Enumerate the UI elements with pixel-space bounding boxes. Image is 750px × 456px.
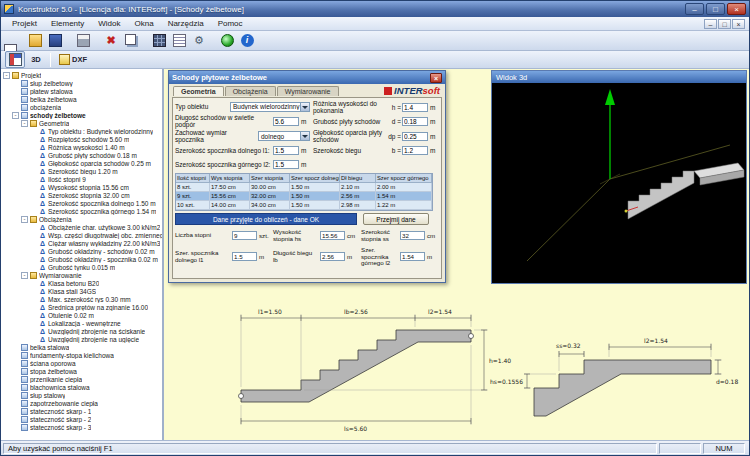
delete-element-button[interactable] [101,32,121,49]
tree-item[interactable]: Szerokość biegu 1.20 m [1,167,162,175]
mdi-restore-button[interactable]: □ [718,19,731,29]
tree-item[interactable]: Grubość tynku 0.015 m [1,263,162,271]
tree-item[interactable]: fundamenty-stopa kielichowa [1,351,162,359]
tree-item[interactable]: Rozpiętość schodów 5.60 m [1,135,162,143]
tree-item[interactable]: - Wymiarowanie [1,271,162,279]
tree-item[interactable]: Uwzględnij zbrojenie na ściskanie [1,327,162,335]
tree-item[interactable]: stopa żelbetowa [1,367,162,375]
tree-item[interactable]: stateczność skarp - 2 [1,415,162,423]
mdi-close-button[interactable]: × [732,19,745,29]
support-depth-input[interactable] [402,132,428,141]
tree-item[interactable]: płatew stalowa [1,87,162,95]
variant-row[interactable]: 8 szt. 17.50 cm 30.00 cm 1.50 m 2.10 m 2… [176,183,432,192]
tree-item[interactable]: Klasa betonu B20 [1,279,162,287]
view-3d-title[interactable]: Widok 3d [492,71,746,83]
menu-projekt[interactable]: Projekt [5,18,44,29]
result-value-box[interactable]: 2.56 [320,252,345,261]
result-value-box[interactable]: 1.5 [232,252,257,261]
save-project-button[interactable] [45,32,65,49]
globe-button[interactable] [217,32,237,49]
tree-item[interactable]: Szerokość stopnia 32.00 cm [1,191,162,199]
result-value-box[interactable]: 15.56 [320,231,345,240]
tree-item[interactable]: Grubość płyty schodów 0.18 m [1,151,162,159]
tree-expander[interactable]: - [21,272,28,279]
menu-okna[interactable]: Okna [128,18,161,29]
tree-item[interactable]: zapotrzebowanie ciepła [1,399,162,407]
tree-item[interactable]: - Obciążenia [1,215,162,223]
dialog-close-button[interactable]: × [430,73,442,83]
view-3d-canvas[interactable] [492,83,746,283]
result-value-box[interactable]: 9 [232,231,257,240]
height-diff-input[interactable] [402,103,428,112]
tree-item[interactable]: - Geometria [1,119,162,127]
tree-expander[interactable]: - [21,216,28,223]
tree-item[interactable]: ściana oporowa [1,359,162,367]
titlebar[interactable]: Konstruktor 5.0 - [Licencja dla: INTERso… [1,1,749,17]
dialog-tab[interactable]: Wymiarowanie [277,86,339,96]
report-button[interactable] [169,32,189,49]
tree-item[interactable]: Ciężar własny wykładziny 22.00 kN/m3 [1,239,162,247]
tree-item[interactable]: przenikanie ciepła [1,375,162,383]
close-button[interactable]: × [727,3,746,15]
dialog-titlebar[interactable]: Schody płytowe żelbetowe × [169,71,445,84]
tree-item[interactable]: Różnica wysokości 1.40 m [1,143,162,151]
stair-length-input[interactable] [273,117,299,126]
tree-item[interactable]: Wysokość stopnia 15.56 cm [1,183,162,191]
lower-landing-input[interactable] [273,146,299,155]
tree-item[interactable]: belka stalowa [1,343,162,351]
dialog-tab[interactable]: Obciążenia [225,86,276,96]
upper-landing-input[interactable] [273,160,299,169]
variant-row[interactable]: 10 szt. 14.00 cm 34.00 cm 1.50 m 2.98 m … [176,201,432,210]
tree-item[interactable]: - Projekt [1,71,162,79]
tree-item[interactable]: słup żelbetowy [1,79,162,87]
tree-item[interactable]: Lokalizacja - wewnętrzne [1,319,162,327]
tree-item[interactable]: Uwzględnij zbrojenie na ugięcie [1,335,162,343]
tree-item[interactable]: Grubość okładziny - schodów 0.02 m [1,247,162,255]
dialog-tab[interactable]: Geometria [173,86,224,96]
minimize-button[interactable]: – [685,3,704,15]
tree-item[interactable]: Szerokość spocznika dolnego 1.50 m [1,199,162,207]
tree-item[interactable]: Obciążenie char. użytkowe 3.00 kN/m2 [1,223,162,231]
object-type-select[interactable]: Budynek wielorodzinny [230,102,310,112]
dxf-export-button[interactable]: DXF [56,51,90,68]
tree-expander[interactable]: - [21,120,28,127]
variant-row[interactable]: 9 szt. 15.56 cm 32.00 cm 1.50 m 2.56 m 1… [176,192,432,201]
tree-item[interactable]: Grubość okładziny - spocznika 0.02 m [1,255,162,263]
tree-item[interactable]: słup stalowy [1,391,162,399]
menu-narzedzia[interactable]: Narzędzia [161,18,211,29]
menu-pomoc[interactable]: Pomoc [211,18,250,29]
apply-data-button[interactable]: Przejmij dane [363,213,429,225]
tree-item[interactable]: Szerokość spocznika górnego 1.54 m [1,207,162,215]
result-value-box[interactable]: 32 [400,231,425,240]
keep-landing-select[interactable]: dolnego [258,131,310,141]
info-button[interactable] [237,32,257,49]
tree-expander[interactable]: - [3,72,10,79]
calculator-button[interactable] [149,32,169,49]
tree-item[interactable]: obciążenia [1,103,162,111]
tree-item[interactable]: Typ obiektu : Budynek wielorodzinny [1,127,162,135]
tree-item[interactable]: Głębokość oparcia schodów 0.25 m [1,159,162,167]
flight-width-input[interactable] [402,146,428,155]
drawing-area[interactable]: Schody płytowe żelbetowe × INTER soft Ge… [164,69,749,440]
print-button[interactable] [73,32,93,49]
tree-item[interactable]: stateczność skarp - 1 [1,407,162,415]
tree-item[interactable]: blachownica stalowa [1,383,162,391]
mdi-minimize-button[interactable]: – [704,19,717,29]
tree-item[interactable]: belka żelbetowa [1,95,162,103]
copy-element-button[interactable] [121,32,141,49]
tree-item[interactable]: Średnica prętów na zginanie 16.00 [1,303,162,311]
plane-view-button[interactable] [5,51,25,68]
tree-item[interactable]: stateczność skarp - 3 [1,423,162,431]
maximize-button[interactable]: □ [706,3,725,15]
menu-elementy[interactable]: Elementy [44,18,91,29]
menu-widok[interactable]: Widok [91,18,127,29]
tree-item[interactable]: Max. szerokość rys 0.30 mm [1,295,162,303]
view-3d-button[interactable]: 3D [25,51,45,68]
new-project-button[interactable] [5,32,25,49]
tree-item[interactable]: Ilość stopni 9 [1,175,162,183]
slab-thickness-input[interactable] [402,117,428,126]
result-value-box[interactable]: 1.54 [400,252,425,261]
tree-item[interactable]: Otulenie 0.02 m [1,311,162,319]
tree-item[interactable]: Klasa stali 34GS [1,287,162,295]
tree-item[interactable]: - schody żelbetowe [1,111,162,119]
